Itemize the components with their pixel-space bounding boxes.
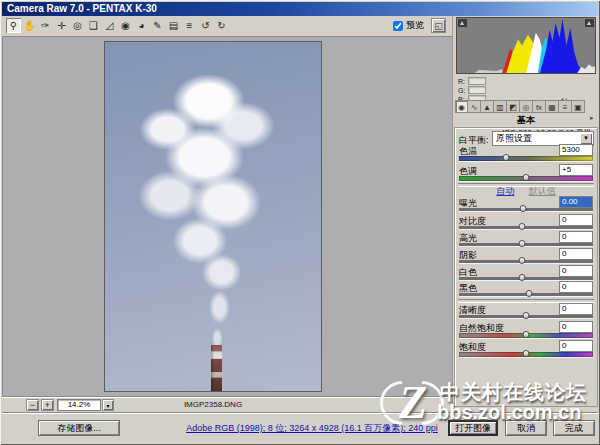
temperature-slider-row: 色温 5300 bbox=[458, 145, 594, 163]
crop-tool-icon[interactable]: ❑ bbox=[86, 18, 101, 33]
zoom-out-button[interactable]: − bbox=[26, 399, 39, 411]
zoom-tool-icon[interactable]: ⚲ bbox=[6, 18, 21, 33]
slider-thumb[interactable] bbox=[523, 350, 530, 357]
image-canvas[interactable] bbox=[2, 36, 452, 396]
done-button[interactable]: 完成 bbox=[553, 420, 595, 436]
slider-thumb[interactable] bbox=[518, 257, 525, 264]
shadow-clipping-toggle-icon[interactable] bbox=[458, 19, 467, 27]
vibrance-value-box[interactable]: 0 bbox=[559, 321, 593, 333]
blacks-value-box[interactable]: 0 bbox=[559, 281, 593, 293]
contrast-slider-track[interactable] bbox=[459, 226, 593, 229]
slider-thumb[interactable] bbox=[518, 274, 525, 281]
panel-menu-icon[interactable]: ▸ bbox=[590, 114, 594, 122]
title-bar: Camera Raw 7.0 - PENTAX K-30 bbox=[2, 2, 598, 16]
blacks-slider-track[interactable] bbox=[459, 293, 593, 296]
basic-panel: 白平衡: 原照设置 ▼ 色温 5300 色调 +5 自动 默认值 曝光 0.00 bbox=[454, 127, 598, 407]
saturation-value-box[interactable]: 0 bbox=[559, 340, 593, 352]
tab-snapshots[interactable]: ▣ bbox=[572, 100, 585, 113]
preview-label: 预览 bbox=[406, 19, 424, 32]
g-value-box bbox=[468, 86, 486, 94]
exposure-slider-row: 曝光 0.00 bbox=[458, 197, 594, 215]
adjustment-brush-tool-icon[interactable]: ✎ bbox=[150, 18, 165, 33]
slider-thumb[interactable] bbox=[525, 290, 532, 297]
zoom-in-button[interactable]: + bbox=[41, 399, 54, 411]
highlights-slider-track[interactable] bbox=[459, 243, 593, 246]
tint-value-box[interactable]: +5 bbox=[559, 164, 593, 176]
hand-tool-icon[interactable]: ✋ bbox=[22, 18, 37, 33]
spot-removal-tool-icon[interactable]: ◉ bbox=[118, 18, 133, 33]
saturation-slider-track[interactable] bbox=[459, 352, 593, 357]
photo-preview bbox=[104, 41, 322, 392]
tab-detail[interactable]: ▲ bbox=[481, 100, 494, 113]
tint-slider-row: 色调 +5 bbox=[458, 165, 594, 183]
rotate-right-tool-icon[interactable]: ↻ bbox=[214, 18, 229, 33]
exposure-value-box[interactable]: 0.00 bbox=[559, 196, 593, 208]
slider-thumb[interactable] bbox=[523, 331, 530, 338]
tab-tone-curve[interactable]: ∿ bbox=[468, 100, 481, 113]
g-label: G: bbox=[458, 87, 465, 94]
rotate-left-tool-icon[interactable]: ↺ bbox=[198, 18, 213, 33]
contrast-value-box[interactable]: 0 bbox=[559, 214, 593, 226]
cancel-button[interactable]: 取消 bbox=[505, 420, 547, 436]
vibrance-slider-row: 自然饱和度 0 bbox=[458, 322, 594, 340]
slider-thumb[interactable] bbox=[523, 174, 530, 181]
slider-thumb[interactable] bbox=[518, 240, 525, 247]
slider-thumb[interactable] bbox=[520, 205, 527, 212]
tab-hsl-grayscale[interactable]: ▥ bbox=[494, 100, 507, 113]
camera-raw-dialog: Camera Raw 7.0 - PENTAX K-30 ⚲ ✋ ✑ ✛ ◎ ❑… bbox=[0, 0, 600, 445]
preview-checkbox[interactable] bbox=[393, 21, 403, 31]
photo-chimney bbox=[211, 345, 222, 391]
tab-split-toning[interactable]: ◩ bbox=[507, 100, 520, 113]
tab-basic[interactable]: ◉ bbox=[455, 100, 468, 113]
shadows-slider-track[interactable] bbox=[459, 260, 593, 263]
toolbar: ⚲ ✋ ✑ ✛ ◎ ❑ ◿ ◉ ◕ ✎ ▤ ≡ ↺ ↻ 预览 ◱ bbox=[2, 16, 452, 37]
highlight-clipping-toggle-icon[interactable] bbox=[585, 19, 594, 27]
tab-presets[interactable]: ≡ bbox=[559, 100, 572, 113]
tab-lens-corrections[interactable]: ◎ bbox=[520, 100, 533, 113]
slider-thumb[interactable] bbox=[502, 154, 509, 161]
preferences-tool-icon[interactable]: ≡ bbox=[182, 18, 197, 33]
dialog-footer: 存储图像... Adobe RGB (1998); 8 位; 3264 x 49… bbox=[2, 412, 598, 444]
clarity-slider-track[interactable] bbox=[459, 315, 593, 318]
tint-slider-track[interactable] bbox=[459, 176, 593, 181]
whites-value-box[interactable]: 0 bbox=[559, 265, 593, 277]
slider-thumb[interactable] bbox=[523, 312, 530, 319]
highlights-value-box[interactable]: 0 bbox=[559, 231, 593, 243]
whites-slider-track[interactable] bbox=[459, 277, 593, 280]
fullscreen-toggle-icon[interactable]: ◱ bbox=[431, 18, 446, 33]
red-eye-tool-icon[interactable]: ◕ bbox=[134, 18, 149, 33]
blacks-slider-row: 黑色 0 bbox=[458, 282, 594, 300]
straighten-tool-icon[interactable]: ◿ bbox=[102, 18, 117, 33]
r-value-box bbox=[468, 77, 486, 85]
filename-label: IMGP2358.DNG bbox=[104, 400, 322, 409]
r-label: R: bbox=[458, 78, 465, 85]
temperature-slider-track[interactable] bbox=[459, 156, 593, 161]
tab-camera-calibration[interactable]: ▦ bbox=[546, 100, 559, 113]
vibrance-slider-track[interactable] bbox=[459, 333, 593, 338]
panel-tabs: ◉ ∿ ▲ ▥ ◩ ◎ fx ▦ ≡ ▣ bbox=[455, 100, 585, 113]
histogram bbox=[456, 17, 596, 74]
white-balance-tool-icon[interactable]: ✑ bbox=[38, 18, 53, 33]
saturation-slider-row: 饱和度 0 bbox=[458, 341, 594, 359]
graduated-filter-tool-icon[interactable]: ▤ bbox=[166, 18, 181, 33]
dropdown-arrow-icon[interactable]: ▼ bbox=[580, 133, 592, 144]
slider-thumb[interactable] bbox=[518, 223, 525, 230]
default-link[interactable]: 默认值 bbox=[529, 186, 556, 196]
shadows-value-box[interactable]: 0 bbox=[559, 248, 593, 260]
zoom-level-select[interactable]: 14.2% bbox=[57, 399, 101, 411]
exposure-slider-track[interactable] bbox=[459, 208, 593, 211]
auto-link[interactable]: 自动 bbox=[496, 186, 514, 196]
tool-buttons: ⚲ ✋ ✑ ✛ ◎ ❑ ◿ ◉ ◕ ✎ ▤ ≡ ↺ ↻ bbox=[6, 18, 229, 33]
clarity-value-box[interactable]: 0 bbox=[559, 303, 593, 315]
panel-title: 基本 bbox=[454, 114, 598, 127]
color-sampler-tool-icon[interactable]: ✛ bbox=[54, 18, 69, 33]
photo-smoke-plume bbox=[105, 42, 321, 391]
temperature-value-box[interactable]: 5300 bbox=[559, 144, 593, 156]
open-image-button[interactable]: 打开图像 bbox=[448, 420, 498, 436]
targeted-adjustment-tool-icon[interactable]: ◎ bbox=[70, 18, 85, 33]
tab-effects[interactable]: fx bbox=[533, 100, 546, 113]
workflow-options-link[interactable]: Adobe RGB (1998); 8 位; 3264 x 4928 (16.1… bbox=[170, 422, 454, 435]
preview-group: 预览 ◱ bbox=[393, 18, 446, 33]
save-image-button[interactable]: 存储图像... bbox=[38, 420, 120, 436]
clarity-slider-row: 清晰度 0 bbox=[458, 304, 594, 322]
